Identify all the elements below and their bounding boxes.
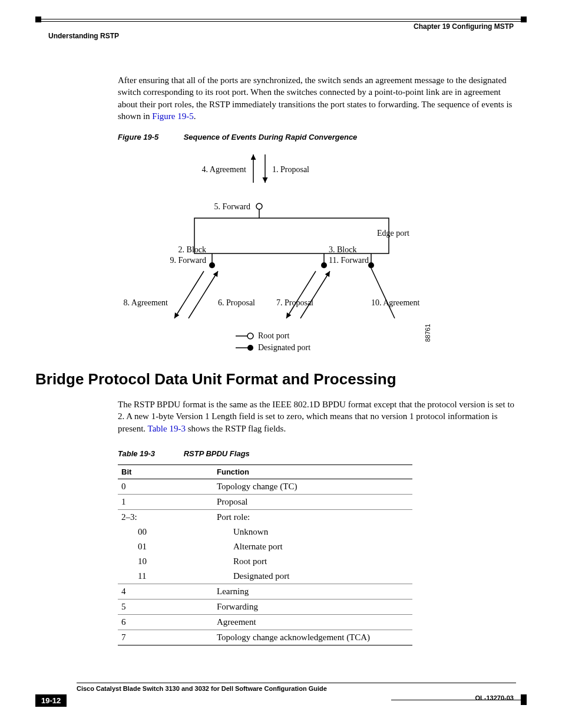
svg-rect-2 <box>194 218 389 253</box>
cell-bit: 2–3: <box>118 510 213 525</box>
footer-decor-right <box>521 694 527 705</box>
label-10-agreement: 10. Agreement <box>371 298 420 307</box>
table-row: 4Learning <box>118 584 412 599</box>
label-4-agreement: 4. Agreement <box>202 165 247 174</box>
header-rule-top <box>41 19 521 19</box>
cell-bit: 1 <box>118 495 213 510</box>
cell-function: Port role: <box>213 510 412 525</box>
rstp-bpdu-flags-table: Bit Function 0Topology change (TC)1Propo… <box>118 465 412 645</box>
label-1-proposal: 1. Proposal <box>272 165 309 174</box>
legend-designated-port: Designated port <box>258 343 310 352</box>
svg-point-6 <box>209 262 215 268</box>
cell-bit: 11 <box>118 569 213 584</box>
legend-root-port: Root port <box>258 331 289 340</box>
cell-function: Agreement <box>213 615 412 630</box>
label-11-forward: 11. Forward <box>329 256 369 265</box>
header-decor-left <box>35 17 41 22</box>
table-title: RSTP BPDU Flags <box>184 449 250 458</box>
paragraph-2: The RSTP BPDU format is the same as the … <box>118 398 516 434</box>
cell-bit: 6 <box>118 615 213 630</box>
table-row: 7Topology change acknowledgement (TCA) <box>118 630 412 645</box>
cell-function: Root port <box>213 554 412 569</box>
header-decor-right <box>521 17 527 22</box>
label-6-proposal: 6. Proposal <box>218 298 255 307</box>
figure-title: Sequence of Events During Rapid Converge… <box>184 133 358 141</box>
svg-line-14 <box>300 271 330 318</box>
footer-book-title: Cisco Catalyst Blade Switch 3130 and 303… <box>77 685 327 692</box>
label-3-block: 3. Block <box>329 245 356 254</box>
cell-function: Forwarding <box>213 599 412 615</box>
cell-bit: 4 <box>118 584 213 599</box>
table-number: Table 19-3 <box>118 449 181 458</box>
svg-line-13 <box>286 271 316 318</box>
svg-point-10 <box>368 262 374 268</box>
footer-rule <box>77 683 516 683</box>
table-row: 6Agreement <box>118 615 412 630</box>
paragraph-1: After ensuring that all of the ports are… <box>118 74 516 122</box>
table-header-function: Function <box>213 465 412 479</box>
svg-point-8 <box>321 262 327 268</box>
label-5-forward: 5. Forward <box>214 202 250 211</box>
cell-function: Topology change (TC) <box>213 479 412 495</box>
cell-bit: 10 <box>118 554 213 569</box>
table-row: 2–3:Port role: <box>118 510 412 525</box>
figure-number: Figure 19-5 <box>118 133 181 141</box>
table-row: 0Topology change (TC) <box>118 479 412 495</box>
figure-id: 88761 <box>424 324 431 342</box>
cell-bit: 7 <box>118 630 213 645</box>
page-number: 19-12 <box>35 694 67 707</box>
figure-19-5-diagram: 4. Agreement 1. Proposal 5. Forward Edge… <box>118 147 448 360</box>
figure-19-5-link[interactable]: Figure 19-5 <box>152 111 193 121</box>
label-9-forward: 9. Forward <box>170 256 206 265</box>
figure-caption: Figure 19-5 Sequence of Events During Ra… <box>118 133 357 141</box>
cell-function: Designated port <box>213 569 412 584</box>
table-row: 01Alternate port <box>118 539 412 554</box>
cell-bit: 01 <box>118 539 213 554</box>
cell-function: Topology change acknowledgement (TCA) <box>213 630 412 645</box>
header-section: Understanding RSTP <box>48 32 119 40</box>
heading-bpdu-format: Bridge Protocol Data Unit Format and Pro… <box>35 370 396 388</box>
svg-point-19 <box>247 345 253 351</box>
label-7-proposal: 7. Proposal <box>276 298 313 307</box>
label-8-agreement: 8. Agreement <box>124 298 168 307</box>
cell-bit: 00 <box>118 525 213 539</box>
table-row: 00Unknown <box>118 525 412 539</box>
table-row: 11Designated port <box>118 569 412 584</box>
svg-point-4 <box>256 203 262 209</box>
svg-point-17 <box>247 333 253 339</box>
cell-function: Unknown <box>213 525 412 539</box>
table-caption: Table 19-3 RSTP BPDU Flags <box>118 449 250 458</box>
footer-doc-id: OL-13270-03 <box>475 694 514 701</box>
label-2-block: 2. Block <box>178 245 206 254</box>
cell-bit: 0 <box>118 479 213 495</box>
svg-line-15 <box>371 268 395 318</box>
table-header-bit: Bit <box>118 465 213 479</box>
cell-bit: 5 <box>118 599 213 615</box>
header-chapter: Chapter 19 Configuring MSTP <box>414 22 514 31</box>
table-row: 5Forwarding <box>118 599 412 615</box>
svg-line-12 <box>189 271 218 318</box>
paragraph-1-text-b: . <box>194 111 196 121</box>
table-19-3-link[interactable]: Table 19-3 <box>148 424 186 433</box>
cell-function: Alternate port <box>213 539 412 554</box>
svg-line-11 <box>174 271 204 318</box>
paragraph-2-text-b: shows the RSTP flag fields. <box>186 424 286 433</box>
table-row: 10Root port <box>118 554 412 569</box>
header-rule-bottom <box>41 21 521 22</box>
cell-function: Learning <box>213 584 412 599</box>
cell-function: Proposal <box>213 495 412 510</box>
label-edge-port: Edge port <box>377 229 409 238</box>
table-row: 1Proposal <box>118 495 412 510</box>
